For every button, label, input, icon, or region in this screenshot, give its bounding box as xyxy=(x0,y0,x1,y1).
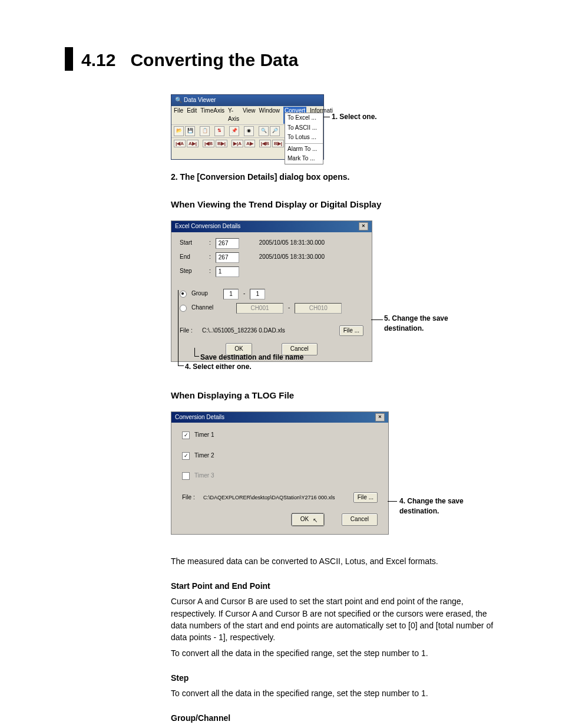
file-path: C:\DAQEXPLORER\desktop\DAQStation\Y2716 … xyxy=(203,494,349,502)
nav-b-out[interactable]: B▶| xyxy=(272,140,284,148)
menu-mark-to[interactable]: Mark To ... xyxy=(285,154,323,164)
start-timestamp: 2005/10/05 18:31:30.000 xyxy=(259,239,325,248)
copy-icon[interactable]: 📋 xyxy=(200,126,210,136)
step-2: 2. The [Conversion Details] dialog box o… xyxy=(171,171,497,183)
menu-alarm-to[interactable]: Alarm To ... xyxy=(285,144,323,154)
step-label: Step xyxy=(180,267,204,276)
section-number: 4.12 xyxy=(81,50,115,70)
nav-last-a[interactable]: A▶| xyxy=(187,140,199,148)
menu-to-lotus[interactable]: To Lotus ... xyxy=(285,133,323,143)
para-startend-1: Cursor A and Cursor B are used to set th… xyxy=(171,595,497,643)
axis-icon[interactable]: ⇅ xyxy=(214,126,224,136)
nav-last-b[interactable]: B▶| xyxy=(216,140,227,148)
start-label: Start xyxy=(180,239,204,248)
data-viewer-window: 🔍Data Viewer File Edit TimeAxis Y-Axis V… xyxy=(171,94,324,160)
open-icon[interactable]: 📂 xyxy=(174,126,184,136)
timer1-label: Timer 1 xyxy=(194,431,214,440)
channel-radio[interactable] xyxy=(180,305,187,312)
group-to-input[interactable]: 1 xyxy=(250,289,265,299)
zoom-out-icon[interactable]: 🔎 xyxy=(270,126,280,136)
section-title: Converting the Data xyxy=(130,50,298,70)
file-label: File : xyxy=(182,493,199,502)
start-input[interactable]: 267 xyxy=(216,238,239,249)
callout-select-one: 1. Select one. xyxy=(332,112,377,122)
para-formats: The measured data can be converted to AS… xyxy=(171,555,497,567)
channel-from: CH001 xyxy=(236,303,283,314)
save-icon[interactable]: 💾 xyxy=(185,126,195,136)
timer2-checkbox[interactable]: ✓ xyxy=(182,452,190,460)
channel-to: CH010 xyxy=(295,303,342,314)
timer3-checkbox[interactable] xyxy=(182,472,190,480)
timer3-label: Timer 3 xyxy=(194,472,214,480)
file-path: C:\..\051005_182236 0.DAD.xls xyxy=(202,327,335,335)
end-label: End xyxy=(180,253,204,262)
target-icon[interactable]: ◉ xyxy=(244,126,254,136)
zoom-in-icon[interactable]: 🔍 xyxy=(259,126,269,136)
nav-a-right[interactable]: ▶|A xyxy=(232,140,243,148)
ok-button[interactable]: OK ↖ xyxy=(292,513,324,526)
timer1-checkbox[interactable]: ✓ xyxy=(182,431,190,439)
para-step: To convert all the data in the specified… xyxy=(171,687,497,699)
para-startend-2: To convert all the data in the specified… xyxy=(171,647,497,659)
heading-step: Step xyxy=(171,672,497,684)
callout-change-save: 4. Change the save destination. xyxy=(399,496,488,517)
callout-select-either: 4. Select either one. xyxy=(185,362,252,372)
nav-first-b[interactable]: |◀B xyxy=(203,140,214,148)
heading-group-channel: Group/Channel xyxy=(171,712,497,724)
channel-label: Channel xyxy=(191,304,219,312)
heading-trend-display: When Viewing the Trend Display or Digita… xyxy=(171,198,497,211)
file-label: File : xyxy=(180,327,197,335)
nav-first-a[interactable]: |◀A xyxy=(174,140,186,148)
dialog-title: Excel Conversion Details xyxy=(175,222,240,231)
heading-tlog: When Displaying a TLOG File xyxy=(171,389,497,402)
cancel-button[interactable]: Cancel xyxy=(342,513,378,526)
nav-b-in[interactable]: |◀B xyxy=(259,140,271,148)
file-button[interactable]: File ... xyxy=(339,325,363,337)
heading-start-end: Start Point and End Point xyxy=(171,580,497,592)
window-titlebar: 🔍Data Viewer xyxy=(171,95,323,106)
excel-conversion-dialog: Excel Conversion Details × Start: 267 20… xyxy=(171,220,372,362)
convert-dropdown: To Excel ... To ASCII ... To Lotus ... A… xyxy=(285,113,323,164)
group-radio[interactable] xyxy=(180,291,187,298)
menu-to-ascii[interactable]: To ASCII ... xyxy=(285,123,323,133)
callout-change-save: 5. Change the save destination. xyxy=(384,314,472,334)
close-icon[interactable]: × xyxy=(375,413,385,421)
nav-a-out[interactable]: A▶ xyxy=(244,140,255,148)
end-input[interactable]: 267 xyxy=(216,252,239,263)
cursor-icon: ↖ xyxy=(313,517,318,523)
group-from-input[interactable]: 1 xyxy=(223,289,239,299)
callout-save-name: Save destination and file name xyxy=(200,353,303,363)
step-input[interactable]: 1 xyxy=(216,266,239,277)
end-timestamp: 2005/10/05 18:31:30.000 xyxy=(259,253,325,262)
dialog-title: Conversion Details xyxy=(175,413,224,422)
file-button[interactable]: File ... xyxy=(353,492,378,503)
pin-icon[interactable]: 📌 xyxy=(229,126,239,136)
menu-to-excel[interactable]: To Excel ... xyxy=(285,113,323,123)
close-icon[interactable]: × xyxy=(359,222,368,230)
tlog-conversion-dialog: Conversion Details × ✓ Timer 1 ✓ Timer 2… xyxy=(171,411,389,535)
timer2-label: Timer 2 xyxy=(194,452,214,460)
group-label: Group xyxy=(191,289,219,298)
